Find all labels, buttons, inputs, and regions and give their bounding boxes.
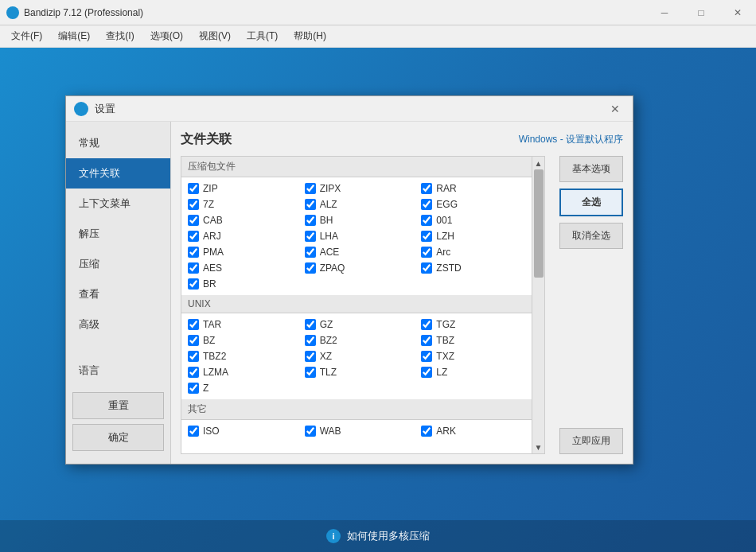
bottom-bar-text: 如何使用多核压缩	[347, 529, 430, 543]
section-unix-header: UNIX	[181, 295, 532, 313]
check-item-pma[interactable]: PMA	[181, 244, 298, 260]
sidebar-item-context-menu[interactable]: 上下文菜单	[66, 189, 170, 219]
other-items-grid: ISO WAB ARK	[181, 420, 532, 442]
scrollbar[interactable]: ▲ ▼	[532, 157, 544, 453]
check-item-arc[interactable]: Arc	[415, 244, 532, 260]
check-item-zpaq[interactable]: ZPAQ	[298, 260, 415, 276]
menu-options[interactable]: 选项(O)	[142, 26, 191, 46]
titlebar-controls: ─ □ ✕	[646, 0, 756, 25]
compressed-items-grid: ZIP ZIPX RAR 7Z ALZ EGG CAB BH 001 ARJ L…	[181, 177, 532, 295]
check-item-tar[interactable]: TAR	[181, 317, 298, 332]
section-compressed-header: 压缩包文件	[181, 157, 532, 177]
check-item-lha[interactable]: LHA	[298, 228, 415, 244]
close-button[interactable]: ✕	[719, 0, 756, 25]
app-icon	[6, 6, 19, 19]
menu-find[interactable]: 查找(I)	[98, 26, 142, 46]
check-item-zipx[interactable]: ZIPX	[298, 181, 415, 196]
dialog-close-button[interactable]: ✕	[606, 99, 625, 119]
main-content: 文件关联 Windows - 设置默认程序 压缩包文件 ZIP ZIPX RAR…	[171, 122, 633, 464]
check-item-iso[interactable]: ISO	[181, 423, 298, 439]
check-item-bz2[interactable]: BZ2	[298, 332, 415, 348]
dialog-icon	[74, 102, 88, 116]
minimize-button[interactable]: ─	[646, 0, 683, 25]
check-item-7z[interactable]: 7Z	[181, 196, 298, 212]
check-item-wab[interactable]: WAB	[298, 423, 415, 439]
check-item-zip[interactable]: ZIP	[181, 181, 298, 196]
scroll-up-button[interactable]: ▲	[532, 157, 545, 169]
menu-edit[interactable]: 编辑(E)	[50, 26, 98, 46]
settings-dialog: 设置 ✕ 常规 文件关联 上下文菜单 解压 压缩 查看 高级 语言 重置 确定 …	[65, 95, 633, 465]
sidebar-button-area: 重置 确定	[66, 386, 170, 457]
check-item-lzh[interactable]: LZH	[415, 228, 532, 244]
unix-items-grid: TAR GZ TGZ BZ BZ2 TBZ TBZ2 XZ TXZ LZMA T…	[181, 313, 532, 399]
reset-button[interactable]: 重置	[72, 392, 164, 419]
check-item-lzma[interactable]: LZMA	[181, 364, 298, 380]
ok-button[interactable]: 确定	[72, 424, 164, 451]
check-item-ark[interactable]: ARK	[415, 423, 532, 439]
dialog-title: 设置	[95, 102, 115, 116]
check-item-bh[interactable]: BH	[298, 212, 415, 228]
apply-button[interactable]: 立即应用	[559, 428, 623, 454]
deselect-all-button[interactable]: 取消全选	[559, 223, 623, 249]
check-item-gz[interactable]: GZ	[298, 317, 415, 332]
scroll-track[interactable]	[532, 169, 545, 441]
section-other-header: 其它	[181, 399, 532, 420]
info-icon: i	[326, 529, 341, 543]
bottom-bar: i 如何使用多核压缩	[0, 520, 756, 552]
sidebar-item-compress[interactable]: 压缩	[66, 249, 170, 279]
sidebar-item-advanced[interactable]: 高级	[66, 309, 170, 340]
scroll-down-button[interactable]: ▼	[532, 441, 545, 453]
check-item-tgz[interactable]: TGZ	[415, 317, 532, 332]
menu-view[interactable]: 视图(V)	[191, 26, 239, 46]
check-item-egg[interactable]: EGG	[415, 196, 532, 212]
check-item-cab[interactable]: CAB	[181, 212, 298, 228]
check-item-alz[interactable]: ALZ	[298, 196, 415, 212]
basic-options-button[interactable]: 基本选项	[559, 156, 623, 182]
section-title: 文件关联	[181, 131, 232, 148]
file-list-container: 压缩包文件 ZIP ZIPX RAR 7Z ALZ EGG CAB BH 001…	[181, 156, 545, 454]
windows-default-link[interactable]: Windows - 设置默认程序	[519, 133, 623, 146]
check-item-tbz[interactable]: TBZ	[415, 332, 532, 348]
check-item-tlz[interactable]: TLZ	[298, 364, 415, 380]
check-item-ace[interactable]: ACE	[298, 244, 415, 260]
menu-tools[interactable]: 工具(T)	[239, 26, 286, 46]
menubar: 文件(F) 编辑(E) 查找(I) 选项(O) 视图(V) 工具(T) 帮助(H…	[0, 25, 756, 48]
file-list: 压缩包文件 ZIP ZIPX RAR 7Z ALZ EGG CAB BH 001…	[181, 157, 532, 453]
dialog-titlebar: 设置 ✕	[66, 96, 633, 122]
check-item-001[interactable]: 001	[415, 212, 532, 228]
check-item-arj[interactable]: ARJ	[181, 228, 298, 244]
settings-sidebar: 常规 文件关联 上下文菜单 解压 压缩 查看 高级 语言 重置 确定	[66, 122, 171, 464]
maximize-button[interactable]: □	[683, 0, 719, 25]
app-title: Bandizip 7.12 (Professional)	[24, 7, 143, 18]
menu-file[interactable]: 文件(F)	[3, 26, 50, 46]
sidebar-item-file-assoc[interactable]: 文件关联	[66, 158, 170, 189]
check-item-z[interactable]: Z	[181, 380, 298, 396]
check-item-tbz2[interactable]: TBZ2	[181, 348, 298, 364]
check-item-lz[interactable]: LZ	[415, 364, 532, 380]
check-item-xz[interactable]: XZ	[298, 348, 415, 364]
dialog-body: 常规 文件关联 上下文菜单 解压 压缩 查看 高级 语言 重置 确定 文件关联 …	[66, 122, 633, 464]
select-all-button[interactable]: 全选	[559, 189, 623, 216]
main-header: 文件关联 Windows - 设置默认程序	[181, 131, 623, 148]
check-item-bz[interactable]: BZ	[181, 332, 298, 348]
check-item-aes[interactable]: AES	[181, 260, 298, 276]
check-item-rar[interactable]: RAR	[415, 181, 532, 196]
sidebar-item-view[interactable]: 查看	[66, 279, 170, 309]
sidebar-item-extract[interactable]: 解压	[66, 219, 170, 249]
check-item-br[interactable]: BR	[181, 276, 298, 292]
sidebar-item-general[interactable]: 常规	[66, 128, 170, 158]
right-panel: 基本选项 全选 取消全选 立即应用	[551, 156, 623, 454]
scroll-thumb[interactable]	[534, 169, 544, 278]
app-titlebar: Bandizip 7.12 (Professional) ─ □ ✕	[0, 0, 756, 25]
menu-help[interactable]: 帮助(H)	[286, 26, 334, 46]
sidebar-item-language[interactable]: 语言	[66, 356, 170, 386]
check-item-txz[interactable]: TXZ	[415, 348, 532, 364]
check-item-zstd[interactable]: ZSTD	[415, 260, 532, 276]
